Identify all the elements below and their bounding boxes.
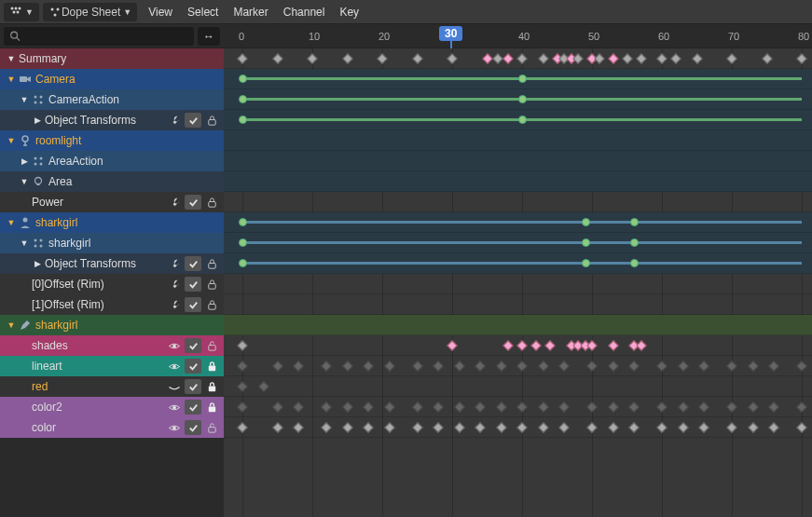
channel-offset0[interactable]: [0]Offset (Rim) <box>0 274 224 294</box>
keyframe[interactable] <box>447 53 457 63</box>
track-sharkgirl-gp[interactable] <box>224 315 812 335</box>
check-button[interactable] <box>185 338 201 353</box>
track-red[interactable] <box>224 376 812 397</box>
keyframe[interactable] <box>239 218 247 226</box>
keyframe[interactable] <box>516 340 527 350</box>
search-input[interactable] <box>24 30 188 43</box>
track-color[interactable] <box>224 417 812 438</box>
track-area[interactable] <box>224 171 812 192</box>
check-button[interactable] <box>185 359 201 374</box>
keyframe[interactable] <box>586 401 597 412</box>
disclosure-icon[interactable]: ▼ <box>6 75 17 84</box>
keyframe[interactable] <box>678 361 688 371</box>
eye-button[interactable] <box>166 400 183 415</box>
check-button[interactable] <box>185 400 201 415</box>
keyframe[interactable] <box>796 53 806 63</box>
keyframe[interactable] <box>608 53 618 63</box>
channel-lineart[interactable]: lineart <box>0 356 224 376</box>
keyframe[interactable] <box>518 116 527 124</box>
keyframe[interactable] <box>582 238 590 247</box>
keyframe[interactable] <box>492 53 502 63</box>
keyframe[interactable] <box>239 259 247 267</box>
keyframe[interactable] <box>272 361 282 371</box>
channel-camera-action[interactable]: ▼CameraAction <box>0 89 224 110</box>
keyframe[interactable] <box>726 361 736 371</box>
keyframe[interactable] <box>237 361 247 371</box>
keyframe[interactable] <box>475 401 485 412</box>
track-sharkgirl-act[interactable] <box>224 233 812 253</box>
playhead[interactable]: 30 <box>439 26 462 41</box>
keyframe[interactable] <box>412 401 422 412</box>
keyframe[interactable] <box>384 361 394 371</box>
disclosure-icon[interactable]: ▼ <box>6 320 17 330</box>
keyframe[interactable] <box>582 259 590 267</box>
keyframe[interactable] <box>363 401 373 412</box>
keyframe[interactable] <box>608 422 618 432</box>
channel-sharkgirl-obj[interactable]: ▼sharkgirl <box>0 212 224 233</box>
keyframe[interactable] <box>307 53 317 63</box>
keyframe[interactable] <box>377 53 387 63</box>
lockw-button[interactable] <box>203 400 220 415</box>
keyframe[interactable] <box>516 401 527 412</box>
keyframe[interactable] <box>608 401 618 412</box>
disclosure-icon[interactable]: ▶ <box>19 156 30 166</box>
keyframe[interactable] <box>594 53 604 63</box>
keyframe[interactable] <box>748 361 758 371</box>
keyframe[interactable] <box>678 422 688 432</box>
keyframe[interactable] <box>237 401 247 412</box>
disclosure-icon[interactable]: ▼ <box>19 177 30 186</box>
track-sharkgirl-obj[interactable] <box>224 212 812 233</box>
keyframe[interactable] <box>272 401 282 412</box>
keyframe[interactable] <box>412 422 422 432</box>
track-power[interactable] <box>224 192 812 212</box>
keyframe[interactable] <box>293 361 303 371</box>
keyframe[interactable] <box>698 401 709 412</box>
mode-dropdown[interactable]: Dope Sheet ▼ <box>43 3 137 21</box>
keyframe[interactable] <box>628 401 639 412</box>
keyframe[interactable] <box>237 53 247 63</box>
lockw-button[interactable] <box>203 379 220 394</box>
keyframe[interactable] <box>272 422 282 432</box>
keyframe[interactable] <box>628 361 639 371</box>
disclosure-icon[interactable]: ▶ <box>32 259 43 268</box>
keyframe[interactable] <box>726 53 736 63</box>
keyframe[interactable] <box>433 361 443 371</box>
keyframe[interactable] <box>608 361 618 371</box>
keyframe[interactable] <box>239 75 247 83</box>
keyframe[interactable] <box>538 53 548 63</box>
keyframe[interactable] <box>321 422 331 432</box>
keyframe[interactable] <box>342 401 352 412</box>
eye-button[interactable] <box>166 420 183 435</box>
channel-search[interactable] <box>4 27 194 46</box>
keyframe[interactable] <box>454 422 464 432</box>
lock-button[interactable] <box>203 277 220 292</box>
channel-area-action[interactable]: ▶AreaAction <box>0 151 224 171</box>
keyframe[interactable] <box>796 422 806 432</box>
keyframe[interactable] <box>796 361 806 371</box>
track-camera-action[interactable] <box>224 89 812 110</box>
disclosure-icon[interactable]: ▶ <box>32 116 43 125</box>
keyframe[interactable] <box>447 340 457 350</box>
keyframe[interactable] <box>342 422 352 432</box>
wrench-button[interactable] <box>166 297 183 312</box>
keyframe[interactable] <box>363 361 373 371</box>
keyframe[interactable] <box>692 53 702 63</box>
keyframe[interactable] <box>628 422 639 432</box>
channel-roomlight[interactable]: ▼roomlight <box>0 130 224 151</box>
channel-obj-trans-1[interactable]: ▶Object Transforms <box>0 110 224 130</box>
track-color2[interactable] <box>224 397 812 417</box>
keyframe[interactable] <box>516 361 527 371</box>
keyframe[interactable] <box>237 381 247 391</box>
keyframe[interactable] <box>768 361 778 371</box>
menu-select[interactable]: Select <box>180 6 226 19</box>
keyframe[interactable] <box>475 422 485 432</box>
keyframe[interactable] <box>342 53 352 63</box>
track-offset0[interactable] <box>224 274 812 294</box>
lock-button[interactable] <box>203 256 220 271</box>
disclosure-icon[interactable]: ▼ <box>6 218 17 227</box>
keyframe[interactable] <box>239 116 247 124</box>
check-button[interactable] <box>185 277 201 292</box>
keyframe[interactable] <box>558 401 569 412</box>
keyframe[interactable] <box>656 361 667 371</box>
keyframe[interactable] <box>748 422 758 432</box>
